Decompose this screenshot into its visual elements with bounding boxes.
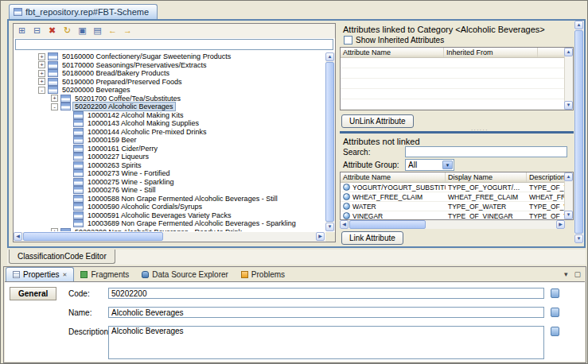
tab-classificationcode-editor[interactable]: ClassificationCode Editor	[9, 250, 115, 264]
attribute-group-select[interactable]: All	[405, 159, 454, 171]
view-menu-icon[interactable]	[564, 269, 568, 279]
tree-item[interactable]: +50201700 Coffee/Tea/Substitutes	[14, 95, 325, 103]
code-field[interactable]	[108, 288, 544, 299]
scroll-down-icon[interactable]	[564, 101, 573, 110]
tree-item[interactable]: +50180000 Bread/Bakery Products	[14, 69, 325, 78]
scroll-left-icon[interactable]	[340, 220, 349, 229]
expand-toggle-icon[interactable]: +	[38, 61, 45, 68]
tree-horizontal-scrollbar[interactable]	[14, 232, 325, 242]
forward-button[interactable]: →	[121, 25, 134, 37]
tree-vertical-scrollbar[interactable]	[325, 52, 335, 231]
tree-item[interactable]: 10000588 Non Grape Fermented Alcoholic B…	[14, 195, 325, 203]
tree-item[interactable]: 10000273 Wine - Fortified	[14, 169, 325, 178]
scroll-down-icon[interactable]	[325, 223, 334, 231]
delete-button[interactable]: ✖	[45, 25, 59, 37]
tree-item[interactable]: 10000227 Liqueurs	[14, 153, 325, 161]
table-row[interactable]: WHEAT_FREE_CLAIMWHEAT_FREE_CLAIMWHEAT_FR…	[341, 192, 564, 202]
category-icon	[73, 119, 84, 127]
tab-data-source-explorer[interactable]: Data Source Explorer	[135, 267, 235, 281]
column-header[interactable]: Description	[527, 172, 564, 182]
tree-item[interactable]: 10000591 Alcoholic Beverages Variety Pac…	[14, 211, 325, 220]
tree-item[interactable]: +50170000 Seasonings/Preservatives/Extra…	[14, 61, 325, 70]
tree-item[interactable]: 10000143 Alcohol Making Supplies	[14, 119, 325, 128]
scroll-up-icon[interactable]	[325, 52, 334, 61]
tree-item[interactable]: 10000276 Wine - Still	[14, 186, 325, 195]
field-decorator-icon[interactable]	[551, 327, 559, 336]
tree-item[interactable]: 10000142 Alcohol Making Kits	[14, 111, 325, 120]
tab-problems[interactable]: Problems	[235, 267, 291, 281]
new-category-button[interactable]: ▣	[76, 25, 89, 37]
tree-item[interactable]: +50202300 Non Alcoholic Beverages - Read…	[14, 228, 325, 232]
scrollbar-thumb[interactable]	[325, 62, 334, 222]
chevron-down-icon[interactable]	[442, 161, 453, 169]
sash-handle-icon[interactable]	[471, 126, 489, 134]
close-icon[interactable]	[63, 272, 68, 278]
back-button[interactable]: ←	[106, 25, 119, 37]
tree-item[interactable]: 10000275 Wine - Sparkling	[14, 178, 325, 187]
unlink-attribute-button[interactable]: UnLink Attribute	[341, 114, 414, 128]
table-vertical-scrollbar[interactable]	[564, 172, 573, 219]
tree-item[interactable]: -50200000 Beverages	[14, 86, 325, 95]
name-field[interactable]	[108, 307, 544, 318]
scrollbar-thumb[interactable]	[349, 220, 426, 229]
expand-toggle-icon[interactable]: +	[51, 228, 58, 231]
expand-all-button[interactable]: ⊞	[15, 25, 29, 37]
edit-category-button[interactable]: ▤	[91, 25, 104, 37]
tree-item[interactable]: 10000590 Alcoholic Cordials/Syrups	[14, 203, 325, 211]
tree-item[interactable]: +50160000 Confectionery/Sugar Sweetening…	[14, 52, 325, 61]
table-row[interactable]: VINEGARTYPE_OF_VINEGARTYPE_OF_VINEGAR	[341, 211, 564, 220]
tab-fragments[interactable]: Fragments	[74, 267, 135, 281]
tree-item[interactable]: 10000263 Spirits	[14, 161, 325, 170]
scroll-left-icon[interactable]	[14, 232, 22, 241]
table-vertical-scrollbar[interactable]	[564, 48, 573, 110]
editor-tab[interactable]: fbt_repository.rep#FBT-Scheme	[9, 4, 158, 19]
expand-toggle-icon[interactable]: +	[51, 95, 58, 102]
scroll-up-icon[interactable]	[564, 172, 573, 181]
column-header[interactable]: Attribute Name	[341, 172, 446, 182]
scrollbar-thumb[interactable]	[574, 30, 583, 234]
section-general[interactable]: General	[10, 287, 56, 300]
link-attribute-button[interactable]: Link Attribute	[341, 231, 403, 245]
collapse-toggle-icon[interactable]: -	[38, 87, 45, 94]
table-header: Attribute NameInherited From	[341, 48, 564, 58]
tab-properties[interactable]: Properties	[6, 267, 74, 281]
collapse-toggle-icon[interactable]: -	[51, 103, 58, 110]
maximize-icon[interactable]	[574, 269, 581, 279]
tree-item[interactable]: 10000144 Alcoholic Pre-mixed Drinks	[14, 128, 325, 137]
tree-item-label: 50180000 Bread/Bakery Products	[60, 69, 171, 77]
scroll-down-icon[interactable]	[564, 211, 573, 219]
table-row[interactable]: YOGURT/YOGURT_SUBSTITUTETYPE_OF_YOGURT/Y…	[341, 183, 564, 192]
show-inherited-checkbox[interactable]	[344, 36, 352, 45]
expand-toggle-icon[interactable]: +	[38, 53, 45, 60]
collapse-all-button[interactable]: ⊟	[30, 25, 44, 37]
tree-item[interactable]: -50202200 Alcoholic Beverages	[14, 103, 325, 111]
tree-filter-input[interactable]	[15, 39, 333, 50]
tree-item[interactable]: 10000161 Cider/Perry	[14, 145, 325, 153]
attribute-search-input[interactable]	[405, 146, 567, 157]
attribute-icon	[343, 193, 350, 200]
table-row[interactable]: WATERTYPE_OF_WATERTYPE_OF_WATER	[341, 202, 564, 211]
panel-sash[interactable]	[340, 131, 574, 134]
tree-item[interactable]: 10003689 Non Grape Fermented Alcoholic B…	[14, 219, 325, 228]
column-header[interactable]: Attribute Name	[341, 48, 444, 57]
scroll-right-icon[interactable]	[316, 232, 325, 241]
tree-item[interactable]: 10000159 Beer	[14, 136, 325, 145]
scroll-right-icon[interactable]	[556, 220, 565, 229]
name-label: Name:	[68, 308, 92, 317]
scroll-up-icon[interactable]	[564, 48, 573, 56]
scroll-up-icon[interactable]	[574, 21, 583, 29]
tree-item[interactable]: +50190000 Prepared/Preserved Foods	[14, 78, 325, 87]
expand-toggle-icon[interactable]: +	[38, 78, 45, 85]
edit-category-icon: ▤	[93, 26, 101, 35]
editor-vertical-scrollbar[interactable]	[574, 21, 584, 243]
refresh-button[interactable]: ↻	[60, 25, 74, 37]
field-decorator-icon[interactable]	[551, 288, 559, 298]
column-header[interactable]: Inherited From	[444, 48, 538, 57]
scroll-down-icon[interactable]	[574, 234, 583, 243]
scrollbar-thumb[interactable]	[23, 232, 163, 241]
description-field[interactable]	[108, 326, 544, 359]
expand-toggle-icon[interactable]: +	[38, 70, 45, 77]
column-header[interactable]: Display Name	[446, 172, 527, 182]
field-decorator-icon[interactable]	[551, 308, 559, 317]
table-horizontal-scrollbar[interactable]	[340, 220, 565, 229]
